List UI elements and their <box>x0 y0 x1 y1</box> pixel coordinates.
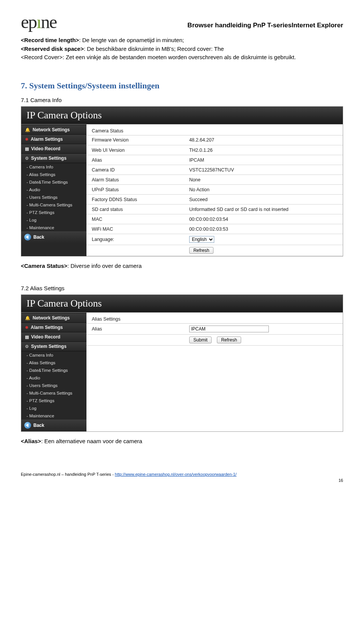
camera-status-term: <Camera Status> <box>21 263 67 269</box>
alias-input[interactable] <box>189 326 269 332</box>
alias-settings-header: Alias Settings <box>86 313 343 324</box>
sidebar-sub-camera-info[interactable]: - Camera Info <box>21 351 86 359</box>
sidebar-sub-camera-info[interactable]: - Camera Info <box>21 163 86 171</box>
sidebar-sub-audio[interactable]: - Audio <box>21 186 86 194</box>
footer-link[interactable]: http://www.epine-camerashop.nl/over-ons/… <box>115 472 237 477</box>
table-row: Language: English <box>86 234 343 245</box>
sidebar-item-network[interactable]: Network Settings <box>21 313 86 323</box>
back-icon <box>24 422 31 429</box>
refresh-button[interactable]: Refresh <box>217 337 241 343</box>
panel-title: IP Camera Options <box>21 107 343 124</box>
table-row: Web UI VersionTH2.0.1.26 <box>86 145 343 155</box>
gear-icon <box>25 156 29 161</box>
table-row: AliasIPCAM <box>86 155 343 165</box>
camera-status-content: Camera Status Firmware Version48.2.64.20… <box>86 124 343 256</box>
language-select[interactable]: English <box>189 236 214 243</box>
language-label: Language: <box>86 234 184 245</box>
sidebar: Network Settings Alarm Settings Video Re… <box>21 124 86 256</box>
intro-paragraph: <Record time length>: De lengte van de o… <box>21 36 343 62</box>
burst-icon <box>25 137 28 142</box>
camera-info-panel: IP Camera Options Network Settings Alarm… <box>21 106 343 257</box>
reserved-disk-space-term: <Reserved disk space> <box>21 46 84 52</box>
back-icon <box>24 234 31 241</box>
sidebar-sub-log[interactable]: - Log <box>21 216 86 224</box>
alias-caption: <Alias>: Een alternatieve naam voor de c… <box>21 437 343 446</box>
burst-icon <box>25 325 28 330</box>
table-row: WiFi MAC00:C0:00:02:03:53 <box>86 224 343 234</box>
film-icon <box>25 146 29 151</box>
subsection-7-2: 7.2 Alias Settings <box>21 285 343 291</box>
page-number: 16 <box>21 478 343 483</box>
sidebar-sub-maintenance[interactable]: - Maintenance <box>21 412 86 420</box>
alias-term: <Alias> <box>21 438 41 444</box>
sidebar-back[interactable]: Back <box>21 231 86 242</box>
table-row: Submit Refresh <box>86 334 343 345</box>
sidebar-sub-users[interactable]: - Users Settings <box>21 194 86 201</box>
alias-label: Alias <box>86 324 184 335</box>
sidebar-sub-datetime[interactable]: - Date&Time Settings <box>21 367 86 374</box>
bell-icon <box>25 315 30 321</box>
sidebar-item-alarm[interactable]: Alarm Settings <box>21 323 86 332</box>
camera-status-header: Camera Status <box>86 124 343 135</box>
alias-settings-panel: IP Camera Options Network Settings Alarm… <box>21 294 343 432</box>
alias-settings-content: Alias Settings Alias Submit Refresh <box>86 313 343 431</box>
sidebar-item-alarm[interactable]: Alarm Settings <box>21 135 86 144</box>
sidebar-item-system[interactable]: System Settings <box>21 154 86 163</box>
table-row: Factory DDNS StatusSucceed <box>86 195 343 205</box>
sidebar-back[interactable]: Back <box>21 420 86 431</box>
record-time-length-text: : De lengte van de opnametijd in minuten… <box>79 37 184 43</box>
footer-text: Epine-camerashop.nl – handleiding PnP T-… <box>21 472 115 477</box>
table-row: MAC00:C0:00:02:03:54 <box>86 214 343 224</box>
sidebar-sub-ptz[interactable]: - PTZ Settings <box>21 397 86 404</box>
record-time-length-term: <Record time length> <box>21 37 79 43</box>
table-row: SD card statusUnformatted SD card or SD … <box>86 205 343 214</box>
section-7-heading: 7. System Settings/Systeem instellingen <box>21 81 343 91</box>
footer: Epine-camerashop.nl – handleiding PnP T-… <box>21 472 343 477</box>
table-row: Alarm StatusNone <box>86 175 343 185</box>
sidebar-sub-multicamera[interactable]: - Multi-Camera Settings <box>21 389 86 397</box>
sidebar: Network Settings Alarm Settings Video Re… <box>21 313 86 431</box>
alias-table: Alias Submit Refresh <box>86 324 343 346</box>
sidebar-sub-log[interactable]: - Log <box>21 404 86 412</box>
sidebar-sub-multicamera[interactable]: - Multi-Camera Settings <box>21 201 86 209</box>
table-row: Refresh <box>86 245 343 256</box>
table-row: UPnP StatusNo Action <box>86 185 343 195</box>
submit-button[interactable]: Submit <box>189 337 212 343</box>
camera-status-table: Firmware Version48.2.64.207 Web UI Versi… <box>86 135 343 256</box>
table-row: Firmware Version48.2.64.207 <box>86 135 343 145</box>
sidebar-sub-users[interactable]: - Users Settings <box>21 382 86 389</box>
logo-text: epıne <box>21 12 56 32</box>
sidebar-sub-maintenance[interactable]: - Maintenance <box>21 224 86 231</box>
sidebar-sub-alias[interactable]: - Alias Settings <box>21 359 86 367</box>
sidebar-item-network[interactable]: Network Settings <box>21 125 86 135</box>
panel-title: IP Camera Options <box>21 295 343 313</box>
gear-icon <box>25 344 29 349</box>
sidebar-sub-ptz[interactable]: - PTZ Settings <box>21 209 86 216</box>
refresh-button[interactable]: Refresh <box>189 247 213 254</box>
subsection-7-1: 7.1 Camera Info <box>21 97 343 103</box>
sidebar-sub-alias[interactable]: - Alias Settings <box>21 171 86 178</box>
camera-status-caption: <Camera Status>: Diverse info over de ca… <box>21 262 343 271</box>
sidebar-sub-audio[interactable]: - Audio <box>21 374 86 382</box>
doc-title: Browser handleiding PnP T-seriesInternet… <box>21 22 343 29</box>
sidebar-item-video[interactable]: Video Record <box>21 332 86 342</box>
reserved-disk-space-text: : De beschikbare diskruimte in MB's; Rec… <box>84 46 224 52</box>
record-cover-text: <Record Cover>: Zet een vinkje als de be… <box>21 54 296 60</box>
bell-icon <box>25 127 30 132</box>
sidebar-item-system[interactable]: System Settings <box>21 342 86 351</box>
film-icon <box>25 334 29 340</box>
sidebar-sub-datetime[interactable]: - Date&Time Settings <box>21 178 86 186</box>
table-row: Camera IDVSTC122587NCTUV <box>86 165 343 175</box>
sidebar-item-video[interactable]: Video Record <box>21 144 86 154</box>
table-row: Alias <box>86 324 343 335</box>
